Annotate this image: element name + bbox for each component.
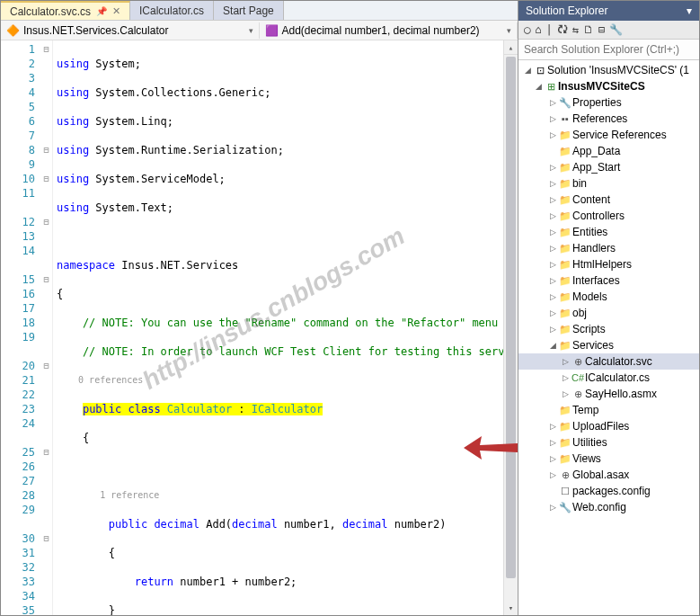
expand-icon[interactable]: ▷ [560,357,571,366]
search-input[interactable] [518,40,699,59]
codelens[interactable]: 1 reference [57,488,500,503]
panel-title-text: Solution Explorer [526,4,607,17]
scroll-up-icon[interactable]: ▴ [504,40,518,55]
tree-item[interactable]: ▷⊕ Global.asax [518,467,699,483]
tree-item[interactable]: ▷📁 Scripts [518,321,699,337]
back-icon[interactable]: ◯ [524,23,530,36]
tree-label: Global.asax [572,469,629,481]
tree-item[interactable]: ▷📁 Interfaces [518,272,699,289]
expand-icon[interactable]: ▷ [547,325,558,334]
expand-icon[interactable]: ◢ [533,82,544,91]
tree-item[interactable]: 📁 Temp [518,402,699,418]
expand-icon[interactable]: ▷ [547,292,558,301]
class-combo-text: Insus.NET.Services.Calculator [23,24,168,37]
tree-item[interactable]: ▷📁 bin [518,175,699,192]
tree-item[interactable]: ▷📁 Controllers [518,208,699,224]
item-icon: 📁 [558,259,572,271]
item-icon: 📁 [558,227,572,238]
tree-item[interactable]: ▷C# ICalculator.cs [518,370,699,386]
scroll-thumb[interactable] [506,57,516,578]
close-icon[interactable]: ✕ [112,5,120,17]
expand-icon[interactable]: ▷ [547,260,558,269]
expand-icon[interactable]: ▷ [547,130,558,139]
tree-item[interactable]: ▷📁 App_Start [518,159,699,175]
tree-label: InsusMVCSiteCS [558,80,645,93]
solution-search [518,40,699,60]
code-area[interactable]: using System; using System.Collections.G… [53,40,503,615]
codelens[interactable]: 0 references [57,373,500,388]
tree-item[interactable]: ◢📁 Services [518,337,699,353]
method-combo[interactable]: 🟪Add(decimal number1, decimal number2) ▾ [260,22,518,39]
expand-icon[interactable]: ▷ [547,163,558,172]
collapse-icon[interactable]: ⊟ [598,23,605,36]
pin-icon[interactable]: 📌 [96,6,107,16]
tree-item[interactable]: ▷⊕ Calculator.svc [518,353,699,370]
item-icon: 📁 [558,146,572,157]
tree-item[interactable]: 📁 App_Data [518,143,699,159]
tree-item[interactable]: ▷🔧 Properties [518,94,699,111]
vertical-scrollbar[interactable]: ▴ ▾ [503,40,518,615]
properties-icon[interactable]: 🔧 [609,23,623,36]
sync-icon[interactable]: ⇆ [572,23,579,36]
expand-icon[interactable]: ◢ [547,341,558,350]
expand-icon[interactable]: ▷ [547,454,558,463]
tree-item[interactable]: ▷📁 UploadFiles [518,418,699,434]
expand-icon[interactable]: ▷ [547,503,558,512]
expand-icon[interactable]: ▷ [547,195,558,204]
expand-icon[interactable]: ▷ [560,389,571,398]
expand-icon[interactable]: ▷ [560,373,571,382]
expand-icon[interactable]: ▷ [547,438,558,447]
tab-calculator-svc-cs[interactable]: Calculator.svc.cs 📌 ✕ [1,1,130,20]
item-icon: 🔧 [558,97,572,109]
line-gutter: 1234567891011121314151617181920212223242… [1,40,40,615]
scroll-down-icon[interactable]: ▾ [504,601,518,615]
item-icon: 📁 [558,421,572,433]
expand-icon[interactable]: ▷ [547,470,558,479]
expand-icon[interactable]: ▷ [547,179,558,188]
tree-item[interactable]: ▷📁 Handlers [518,240,699,256]
item-icon: 📁 [558,129,572,141]
tree-label: ICalculator.cs [585,371,650,384]
expand-icon[interactable]: ▷ [547,244,558,253]
solution-root[interactable]: ◢ ⊡ Solution 'InsusMVCSiteCS' (1 [518,62,699,78]
tree-item[interactable]: ▷▪▪ References [518,111,699,127]
panel-dropdown-icon[interactable]: ▾ [687,4,692,17]
home-icon[interactable]: ⌂ [535,23,541,36]
tree-item[interactable]: ▷📁 Views [518,451,699,467]
tree-item[interactable]: ▷⊕ SayHello.asmx [518,386,699,402]
tree-label: bin [572,177,587,190]
refresh-icon[interactable]: 🗘 [557,23,568,36]
tree-item[interactable]: ▷📁 Utilities [518,434,699,451]
expand-icon[interactable]: ▷ [547,98,558,107]
tab-icalculator-cs[interactable]: ICalculator.cs [130,1,214,20]
item-icon: 🔧 [558,502,572,513]
tree-item[interactable]: ▷📁 Service References [518,127,699,143]
tree-item[interactable]: ▷📁 Entities [518,224,699,240]
tree-label: packages.config [572,485,651,497]
tree-label: Controllers [572,210,625,222]
tree-label: App_Data [572,145,620,157]
expand-icon[interactable]: ▷ [547,228,558,237]
expand-icon[interactable]: ◢ [522,66,533,75]
tree-item[interactable]: ▷📁 Models [518,289,699,305]
tab-start-page[interactable]: Start Page [214,1,284,20]
expand-icon[interactable]: ▷ [547,308,558,317]
tree-label: HtmlHelpers [572,258,632,271]
item-icon: 📁 [558,194,572,206]
tree-label: Service References [572,129,667,141]
class-combo[interactable]: 🔶Insus.NET.Services.Calculator ▾ [1,22,260,39]
expand-icon[interactable]: ▷ [547,114,558,123]
tree-item[interactable]: ▷🔧 Web.config [518,499,699,515]
tree-item[interactable]: ▷📁 HtmlHelpers [518,256,699,272]
tab-label: Calculator.svc.cs [10,5,91,18]
tree-item[interactable]: ▷📁 obj [518,305,699,321]
item-icon: ☐ [558,486,572,497]
expand-icon[interactable]: ▷ [547,211,558,220]
show-all-icon[interactable]: 🗋 [583,23,594,36]
tree-item[interactable]: ☐ packages.config [518,483,699,499]
project-node[interactable]: ◢ ⊞ InsusMVCSiteCS [518,78,699,94]
expand-icon[interactable]: ▷ [547,276,558,285]
tree-label: App_Start [572,161,620,174]
tree-item[interactable]: ▷📁 Content [518,192,699,208]
expand-icon[interactable]: ▷ [547,422,558,431]
